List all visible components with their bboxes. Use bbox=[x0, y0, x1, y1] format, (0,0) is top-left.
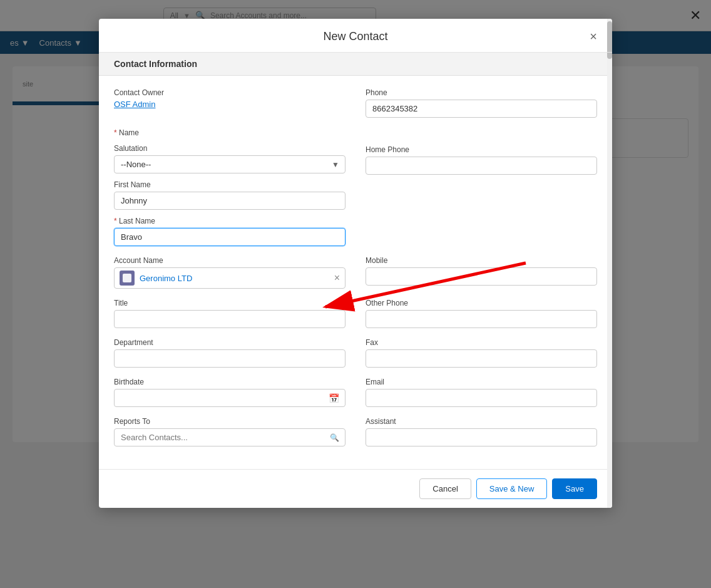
label-mobile: Mobile bbox=[366, 256, 597, 265]
field-title: Title bbox=[114, 299, 345, 328]
input-birthdate[interactable] bbox=[114, 389, 345, 407]
input-department[interactable] bbox=[114, 349, 345, 368]
label-phone: Phone bbox=[366, 88, 597, 97]
clear-account-icon[interactable]: × bbox=[334, 273, 340, 283]
label-email: Email bbox=[366, 378, 597, 386]
label-fax: Fax bbox=[366, 338, 597, 347]
field-account-name: Account Name Geronimo LTD × bbox=[114, 256, 345, 289]
field-department: Department bbox=[114, 338, 345, 368]
input-fax[interactable] bbox=[366, 349, 597, 368]
label-department: Department bbox=[114, 338, 345, 347]
field-other-phone: Other Phone bbox=[366, 299, 597, 328]
field-contact-owner: Contact Owner OSF Admin bbox=[114, 88, 345, 118]
label-assistant: Assistant bbox=[366, 417, 597, 426]
section-header-contact-info: Contact Information bbox=[99, 53, 612, 76]
label-account-name: Account Name bbox=[114, 256, 345, 265]
account-name-value: Geronimo LTD bbox=[140, 274, 329, 283]
label-last-name: Last Name bbox=[114, 217, 155, 225]
field-assistant: Assistant bbox=[366, 417, 597, 446]
modal-footer: Cancel Save & New Save bbox=[99, 469, 612, 508]
field-mobile: Mobile bbox=[366, 256, 597, 289]
field-reports-to: Reports To 🔍 bbox=[114, 417, 345, 446]
account-icon bbox=[120, 271, 135, 286]
field-email: Email bbox=[366, 378, 597, 407]
modal-title: New Contact bbox=[323, 30, 387, 43]
label-first-name: First Name bbox=[114, 180, 151, 189]
input-home-phone[interactable] bbox=[366, 157, 597, 175]
modal-body: Contact Information Contact Owner OSF Ad… bbox=[99, 53, 612, 469]
label-reports-to: Reports To bbox=[114, 417, 345, 426]
account-name-input-wrapper[interactable]: Geronimo LTD × bbox=[114, 267, 345, 289]
value-contact-owner[interactable]: OSF Admin bbox=[114, 100, 345, 109]
input-phone[interactable] bbox=[366, 100, 597, 118]
input-reports-to[interactable] bbox=[114, 428, 345, 446]
new-contact-modal: New Contact × Contact Information Contac… bbox=[99, 19, 612, 508]
field-birthdate: Birthdate 📅 bbox=[114, 378, 345, 407]
save-new-button[interactable]: Save & New bbox=[476, 478, 548, 499]
field-name-section: Name Salutation --None-- Mr. Ms. Mrs. Dr… bbox=[114, 128, 345, 246]
label-title: Title bbox=[114, 299, 345, 307]
field-home-phone: Home Phone bbox=[366, 145, 597, 175]
field-phone: Phone bbox=[366, 88, 597, 118]
modal-overlay: New Contact × Contact Information Contac… bbox=[0, 0, 711, 588]
modal-header: New Contact × bbox=[99, 19, 612, 53]
label-other-phone: Other Phone bbox=[366, 299, 597, 307]
label-name: Name bbox=[114, 128, 139, 137]
close-button[interactable]: × bbox=[585, 28, 602, 45]
label-birthdate: Birthdate bbox=[114, 378, 345, 386]
input-mobile[interactable] bbox=[366, 267, 597, 286]
input-title[interactable] bbox=[114, 310, 345, 328]
input-assistant[interactable] bbox=[366, 428, 597, 446]
input-last-name[interactable] bbox=[114, 228, 345, 246]
save-button[interactable]: Save bbox=[552, 478, 597, 499]
cancel-button[interactable]: Cancel bbox=[419, 478, 471, 499]
form-grid: Contact Owner OSF Admin Phone Name Salut… bbox=[99, 76, 612, 459]
label-contact-owner: Contact Owner bbox=[114, 88, 345, 97]
label-salutation: Salutation bbox=[114, 144, 147, 153]
input-email[interactable] bbox=[366, 389, 597, 407]
field-fax: Fax bbox=[366, 338, 597, 368]
select-salutation[interactable]: --None-- Mr. Ms. Mrs. Dr. Prof. bbox=[114, 155, 345, 173]
input-other-phone[interactable] bbox=[366, 310, 597, 328]
input-first-name[interactable] bbox=[114, 192, 345, 210]
scrollbar[interactable] bbox=[607, 19, 612, 508]
label-home-phone: Home Phone bbox=[366, 145, 597, 154]
